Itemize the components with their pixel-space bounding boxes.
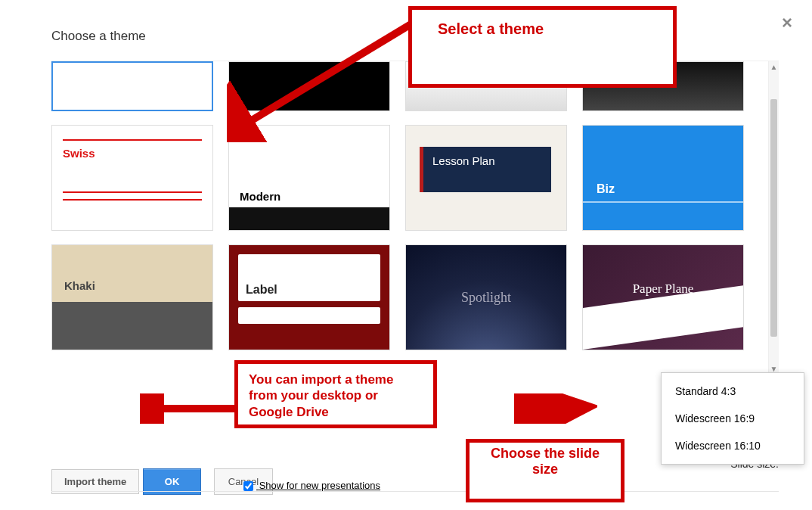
arrow-icon	[140, 393, 238, 424]
theme-spotlight[interactable]: Spotlight	[405, 244, 567, 350]
annotation-select-theme: Select a theme	[408, 6, 677, 88]
show-for-new-label: Show for new presentations	[259, 480, 380, 491]
footer-divider	[51, 491, 779, 492]
theme-label: Biz	[597, 182, 615, 196]
annotation-import-note: You can import a theme from your desktop…	[234, 360, 437, 428]
close-icon[interactable]: ×	[782, 12, 792, 33]
dialog-title: Choose a theme	[51, 29, 146, 44]
slide-size-menu: Standard 4:3 Widescreen 16:9 Widescreen …	[661, 372, 804, 465]
arrow-icon	[514, 393, 597, 424]
grid-scrollbar[interactable]: ▲ ▼	[768, 61, 779, 375]
theme-swiss[interactable]: Swiss	[51, 125, 213, 231]
show-for-new-checkbox[interactable]: Show for new presentations	[240, 479, 380, 493]
slide-size-option[interactable]: Widescreen 16:9	[662, 405, 804, 432]
show-for-new-input[interactable]	[243, 481, 253, 491]
arrow-icon	[227, 14, 423, 142]
theme-label: Paper Plane	[633, 281, 694, 297]
svg-line-2	[518, 407, 586, 412]
scroll-thumb[interactable]	[770, 99, 777, 337]
slide-size-option[interactable]: Widescreen 16:10	[662, 432, 804, 459]
theme-label: Swiss	[63, 147, 202, 160]
theme-label-theme[interactable]: Label	[228, 244, 390, 350]
scroll-up-icon[interactable]: ▲	[769, 63, 779, 71]
theme-biz[interactable]: Biz	[582, 125, 744, 231]
theme-label: Lesson Plan	[420, 147, 551, 192]
theme-label: Label	[238, 254, 380, 301]
theme-khaki[interactable]: Khaki	[51, 244, 213, 350]
slide-size-option[interactable]: Standard 4:3	[662, 378, 804, 405]
theme-label: Modern	[229, 188, 389, 204]
theme-label: Spotlight	[461, 290, 511, 306]
theme-label: Khaki	[64, 279, 95, 292]
annotation-choose-size: Choose the slide size	[466, 439, 624, 502]
svg-line-0	[240, 21, 416, 127]
theme-paper-plane[interactable]: Paper Plane	[582, 244, 744, 350]
theme-tile[interactable]	[51, 61, 213, 111]
theme-lesson-plan[interactable]: Lesson Plan	[405, 125, 567, 231]
